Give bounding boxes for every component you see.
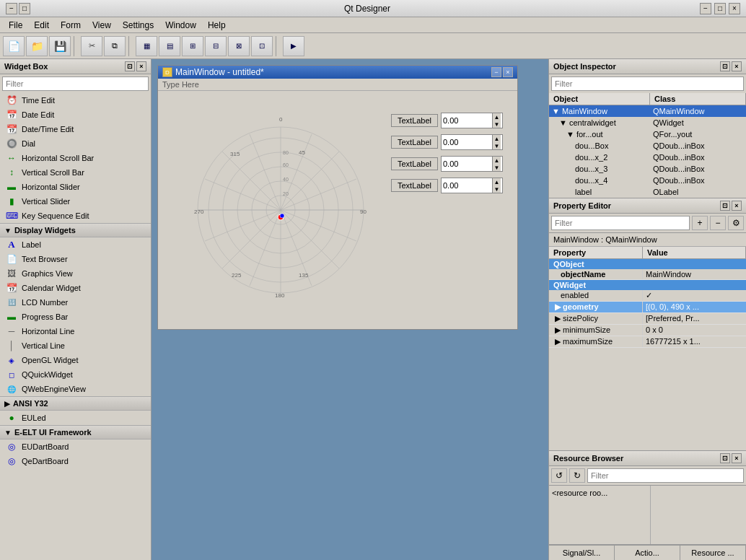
tab-signals-slots[interactable]: Signal/Sl... bbox=[549, 546, 615, 560]
pe-row-enabled[interactable]: enabled ✓ bbox=[549, 290, 746, 302]
toolbar-layout3[interactable]: ⊞ bbox=[182, 36, 203, 56]
list-item[interactable]: ● EULed bbox=[0, 411, 151, 425]
title-bar-close[interactable]: × bbox=[729, 3, 740, 14]
toolbar-layout4[interactable]: ⊟ bbox=[205, 36, 227, 56]
menu-file[interactable]: File bbox=[3, 19, 28, 32]
menu-edit[interactable]: Edit bbox=[28, 19, 55, 32]
form-spin-down-4[interactable]: ▼ bbox=[493, 185, 501, 193]
oi-filter-input[interactable] bbox=[551, 76, 744, 91]
design-window-close[interactable]: × bbox=[503, 67, 513, 77]
menu-view[interactable]: View bbox=[87, 19, 117, 32]
oi-row-label[interactable]: label OLabel bbox=[549, 186, 746, 198]
oi-row-doux3[interactable]: dou...x_3 QDoub...inBox bbox=[549, 163, 746, 175]
form-spin-up-2[interactable]: ▲ bbox=[493, 135, 501, 142]
oi-float-btn[interactable]: ⊡ bbox=[720, 61, 730, 71]
list-item[interactable]: ◎ EUDartBoard bbox=[0, 439, 151, 454]
pe-row-geometry[interactable]: ▶ geometry [(0, 0), 490 x ... bbox=[549, 302, 746, 313]
list-item[interactable]: 🔘 Dial bbox=[0, 136, 151, 151]
pe-float-btn[interactable]: ⊡ bbox=[720, 201, 730, 211]
list-item[interactable]: 📅 Date Edit bbox=[0, 108, 151, 122]
rb-close-btn[interactable]: × bbox=[732, 453, 742, 463]
oi-row-doux4[interactable]: dou...x_4 QDoub...inBox bbox=[549, 175, 746, 186]
toolbar-new[interactable]: 📄 bbox=[3, 36, 25, 56]
list-item[interactable]: ⌨ Key Sequence Edit bbox=[0, 209, 151, 223]
menu-window[interactable]: Window bbox=[159, 19, 202, 32]
list-item-text-browser[interactable]: 📄 Text Browser bbox=[0, 252, 151, 266]
oi-row-forout[interactable]: ▼ for...out QFor...yout bbox=[549, 128, 746, 140]
toolbar-preview[interactable]: ▶ bbox=[283, 36, 304, 56]
list-item[interactable]: ◻ QQuickWidget bbox=[0, 367, 151, 382]
list-item[interactable]: A Label bbox=[0, 237, 151, 252]
form-spin-up-3[interactable]: ▲ bbox=[493, 157, 501, 164]
title-bar-minimize[interactable]: − bbox=[700, 3, 711, 14]
form-spin-up-1[interactable]: ▲ bbox=[493, 113, 501, 121]
rb-float-btn[interactable]: ⊡ bbox=[720, 453, 730, 463]
tab-actions[interactable]: Actio... bbox=[615, 546, 680, 560]
oi-row-mainwindow[interactable]: ▼ MainWindow QMainWindow bbox=[549, 105, 746, 117]
list-item-graphics-view[interactable]: 🖼 Graphics View bbox=[0, 266, 151, 281]
toolbar-cut[interactable]: ✂ bbox=[81, 36, 102, 56]
widget-box-float[interactable]: ⊡ bbox=[125, 61, 135, 71]
design-window-minimize[interactable]: − bbox=[491, 67, 501, 77]
list-item[interactable]: ▬ Horizontal Slider bbox=[0, 180, 151, 194]
menu-help[interactable]: Help bbox=[202, 19, 232, 32]
list-item[interactable]: ◈ OpenGL Widget bbox=[0, 353, 151, 367]
pe-configure-btn[interactable]: ⚙ bbox=[728, 216, 744, 230]
list-item[interactable]: ↕ Vertical Scroll Bar bbox=[0, 165, 151, 180]
list-item[interactable]: 📆 Calendar Widget bbox=[0, 281, 151, 295]
oi-row-doux2[interactable]: dou...x_2 QDoub...inBox bbox=[549, 152, 746, 163]
category-display-widgets[interactable]: ▼ Display Widgets bbox=[0, 223, 151, 237]
category-ansi[interactable]: ▶ ANSI Y32 bbox=[0, 396, 151, 411]
list-item[interactable]: 🌐 QWebEngineView bbox=[0, 382, 151, 396]
widget-box-search-input[interactable] bbox=[2, 76, 149, 91]
oi-close-btn[interactable]: × bbox=[732, 61, 742, 71]
rb-edit-btn[interactable]: ↻ bbox=[569, 468, 585, 483]
list-item[interactable]: ↔ Horizontal Scroll Bar bbox=[0, 151, 151, 165]
category-eelt[interactable]: ▼ E-ELT UI Framework bbox=[0, 425, 151, 439]
tab-resources[interactable]: Resource ... bbox=[680, 546, 746, 560]
list-item[interactable]: ─ Horizontal Line bbox=[0, 324, 151, 338]
menu-form[interactable]: Form bbox=[55, 19, 87, 32]
list-item[interactable]: │ Vertical Line bbox=[0, 338, 151, 353]
toolbar-layout6[interactable]: ⊡ bbox=[251, 36, 273, 56]
form-spin-down-2[interactable]: ▼ bbox=[493, 142, 501, 149]
pe-close-btn[interactable]: × bbox=[732, 201, 742, 211]
toolbar-layout1[interactable]: ▦ bbox=[136, 36, 157, 56]
design-window-menu[interactable]: Type Here bbox=[158, 79, 517, 91]
pe-filter-input[interactable] bbox=[551, 216, 690, 230]
toolbar-copy[interactable]: ⧉ bbox=[104, 36, 126, 56]
rb-tree-item[interactable]: <resource roo... bbox=[552, 489, 607, 497]
form-value-3[interactable]: 0.00 ▲ ▼ bbox=[441, 156, 503, 172]
toolbar-layout2[interactable]: ▤ bbox=[159, 36, 180, 56]
oi-row-doubox[interactable]: dou...Box QDoub...inBox bbox=[549, 140, 746, 152]
form-spin-down-1[interactable]: ▼ bbox=[493, 121, 501, 128]
toolbar-layout5[interactable]: ⊠ bbox=[228, 36, 250, 56]
pe-row-maxsize[interactable]: ▶ maximumSize 16777215 x 1... bbox=[549, 336, 746, 348]
toolbar-save[interactable]: 💾 bbox=[49, 36, 71, 56]
form-value-4[interactable]: 0.00 ▲ ▼ bbox=[441, 178, 503, 193]
list-item[interactable]: ⏰ Time Edit bbox=[0, 93, 151, 108]
form-spin-up-4[interactable]: ▲ bbox=[493, 178, 501, 185]
list-item[interactable]: 📆 Date/Time Edit bbox=[0, 122, 151, 136]
oi-row-centralwidget[interactable]: ▼ centralwidget QWidget bbox=[549, 117, 746, 128]
pe-add-btn[interactable]: + bbox=[692, 216, 708, 230]
rb-add-btn[interactable]: ↺ bbox=[551, 468, 567, 483]
menu-settings[interactable]: Settings bbox=[117, 19, 159, 32]
pe-row-minsize[interactable]: ▶ minimumSize 0 x 0 bbox=[549, 325, 746, 336]
rb-filter-input[interactable] bbox=[587, 468, 744, 483]
pe-remove-btn[interactable]: − bbox=[710, 216, 726, 230]
pe-row-objectname[interactable]: objectName MainWindow bbox=[549, 269, 746, 280]
list-item[interactable]: 🔢 LCD Number bbox=[0, 295, 151, 310]
list-item[interactable]: ▮ Vertical Slider bbox=[0, 194, 151, 209]
pe-row-sizepolicy[interactable]: ▶ sizePolicy [Preferred, Pr... bbox=[549, 313, 746, 325]
title-bar-restore[interactable]: □ bbox=[19, 3, 30, 14]
form-spin-down-3[interactable]: ▼ bbox=[493, 164, 501, 171]
widget-box-close[interactable]: × bbox=[136, 61, 146, 71]
list-item-progress-bar[interactable]: ▬ Progress Bar bbox=[0, 310, 151, 324]
toolbar-open[interactable]: 📁 bbox=[26, 36, 48, 56]
title-bar-min[interactable]: − bbox=[6, 3, 17, 14]
list-item[interactable]: ◎ QeDartBoard bbox=[0, 454, 151, 468]
title-bar-maximize[interactable]: □ bbox=[714, 3, 726, 14]
form-value-2[interactable]: 0.00 ▲ ▼ bbox=[441, 134, 503, 150]
form-value-1[interactable]: 0.00 ▲ ▼ bbox=[441, 113, 503, 128]
